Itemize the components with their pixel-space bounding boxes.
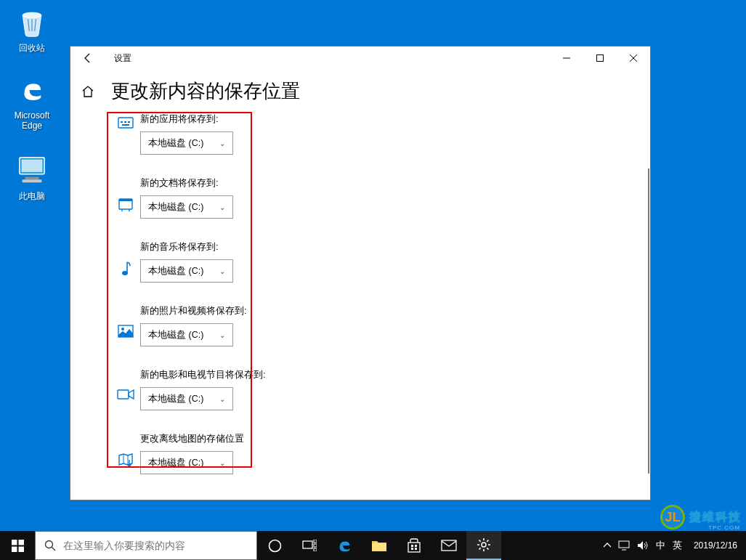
- desktop-icon-label: 回收站: [19, 43, 45, 53]
- svg-rect-13: [119, 199, 132, 201]
- dropdown-value: 本地磁盘 (C:): [148, 265, 203, 277]
- ime-indicator-1[interactable]: 中: [656, 539, 665, 552]
- tray-chevron-icon[interactable]: [604, 543, 611, 548]
- recycle-bin-icon: [15, 4, 49, 39]
- setting-label: 新的应用将保存到:: [140, 113, 636, 126]
- svg-rect-19: [18, 540, 23, 545]
- titlebar: 设置: [70, 46, 650, 70]
- desktop-icon-edge[interactable]: Microsoft Edge: [4, 73, 60, 131]
- movies-icon: [111, 368, 140, 400]
- dropdown-documents[interactable]: 本地磁盘 (C:) ⌄: [140, 195, 233, 219]
- home-icon[interactable]: [81, 84, 95, 99]
- taskbar-explorer-icon[interactable]: [362, 531, 397, 560]
- dropdown-value: 本地磁盘 (C:): [148, 137, 203, 150]
- setting-label: 新的文档将保存到:: [140, 176, 636, 190]
- chevron-down-icon: ⌄: [219, 459, 225, 467]
- svg-point-35: [482, 543, 486, 547]
- setting-row-photos: 新的照片和视频将保存到: 本地磁盘 (C:) ⌄: [111, 304, 636, 346]
- search-input[interactable]: [63, 540, 248, 551]
- tray-date: 2019/12/16: [694, 540, 737, 551]
- window-title: 设置: [114, 52, 131, 65]
- back-button[interactable]: [76, 46, 100, 70]
- desktop-icon-label: 此电脑: [19, 191, 45, 201]
- svg-rect-31: [415, 545, 417, 547]
- dropdown-value: 本地磁盘 (C:): [148, 201, 203, 214]
- setting-row-music: 新的音乐将保存到: 本地磁盘 (C:) ⌄: [111, 240, 636, 283]
- dropdown-maps[interactable]: 本地磁盘 (C:) ⌄: [140, 451, 233, 474]
- svg-rect-32: [411, 548, 413, 550]
- search-box[interactable]: [35, 531, 257, 560]
- svg-point-23: [269, 540, 280, 551]
- svg-rect-24: [303, 541, 312, 548]
- page-title: 更改新内容的保存位置: [111, 78, 636, 104]
- svg-point-22: [46, 541, 53, 548]
- window-content: 更改新内容的保存位置 新的应用将保存到: 本地磁盘 (C:) ⌄: [70, 70, 650, 500]
- svg-rect-10: [128, 121, 130, 123]
- svg-rect-27: [314, 548, 317, 551]
- cortana-icon[interactable]: [257, 531, 292, 560]
- setting-row-apps: 新的应用将保存到: 本地磁盘 (C:) ⌄: [111, 113, 636, 155]
- edge-icon: [15, 73, 49, 107]
- chevron-down-icon: ⌄: [219, 395, 225, 403]
- svg-rect-3: [22, 160, 43, 172]
- dropdown-photos[interactable]: 本地磁盘 (C:) ⌄: [140, 323, 233, 346]
- taskbar-store-icon[interactable]: [397, 531, 431, 560]
- svg-rect-25: [314, 540, 317, 543]
- setting-row-maps: 更改离线地图的存储位置 本地磁盘 (C:) ⌄: [111, 432, 636, 474]
- setting-row-movies: 新的电影和电视节目将保存到: 本地磁盘 (C:) ⌄: [111, 368, 636, 410]
- svg-rect-21: [18, 546, 23, 551]
- dropdown-value: 本地磁盘 (C:): [148, 457, 203, 469]
- svg-point-16: [121, 328, 124, 330]
- taskbar: 中 英 2019/12/16: [0, 531, 746, 560]
- tray-clock[interactable]: 2019/12/16: [689, 540, 742, 551]
- start-button[interactable]: [0, 531, 35, 560]
- chevron-down-icon: ⌄: [219, 267, 225, 275]
- watermark: JL 捷维科技 TPC.COM: [660, 505, 742, 529]
- dropdown-value: 本地磁盘 (C:): [148, 329, 203, 341]
- svg-rect-29: [408, 543, 420, 552]
- this-pc-icon: [15, 153, 49, 187]
- dropdown-apps[interactable]: 本地磁盘 (C:) ⌄: [140, 131, 233, 155]
- scrollbar[interactable]: [648, 169, 649, 474]
- chevron-down-icon: ⌄: [219, 139, 225, 147]
- taskbar-mail-icon[interactable]: [431, 531, 466, 560]
- svg-rect-18: [12, 540, 17, 545]
- maps-icon: [111, 432, 140, 467]
- tray-volume-icon[interactable]: [637, 540, 649, 551]
- svg-rect-33: [415, 548, 417, 550]
- svg-rect-4: [25, 177, 38, 180]
- setting-row-documents: 新的文档将保存到: 本地磁盘 (C:) ⌄: [111, 176, 636, 219]
- dropdown-value: 本地磁盘 (C:): [148, 393, 203, 405]
- dropdown-music[interactable]: 本地磁盘 (C:) ⌄: [140, 259, 233, 283]
- dropdown-movies[interactable]: 本地磁盘 (C:) ⌄: [140, 387, 233, 410]
- svg-rect-36: [619, 541, 629, 548]
- taskbar-edge-icon[interactable]: [327, 531, 362, 560]
- documents-icon: [111, 176, 140, 211]
- music-icon: [111, 240, 140, 277]
- svg-rect-17: [118, 390, 129, 399]
- taskbar-settings-icon[interactable]: [466, 531, 501, 560]
- svg-rect-6: [597, 55, 604, 62]
- search-icon: [44, 540, 56, 551]
- settings-window: 设置 更改新内容的保存位置 新的应用将保存到: 本地: [70, 46, 651, 500]
- ime-indicator-2[interactable]: 英: [673, 539, 682, 552]
- svg-point-0: [23, 12, 41, 17]
- desktop-icon-this-pc[interactable]: 此电脑: [4, 153, 60, 203]
- desktop-icon-recycle-bin[interactable]: 回收站: [4, 4, 60, 54]
- svg-rect-34: [442, 540, 456, 551]
- chevron-down-icon: ⌄: [219, 203, 225, 211]
- task-view-icon[interactable]: [292, 531, 327, 560]
- watermark-logo: JL: [660, 505, 685, 529]
- setting-label: 更改离线地图的存储位置: [140, 432, 636, 445]
- svg-rect-20: [12, 546, 17, 551]
- tray-display-icon[interactable]: [618, 540, 630, 551]
- window-controls: [550, 46, 650, 70]
- close-button[interactable]: [617, 46, 650, 70]
- desktop-icon-label: Microsoft Edge: [15, 110, 50, 131]
- photos-icon: [111, 304, 140, 338]
- maximize-button[interactable]: [583, 46, 617, 70]
- svg-rect-9: [124, 121, 126, 123]
- watermark-sub: TPC.COM: [708, 524, 740, 531]
- svg-rect-5: [23, 179, 42, 182]
- minimize-button[interactable]: [550, 46, 583, 70]
